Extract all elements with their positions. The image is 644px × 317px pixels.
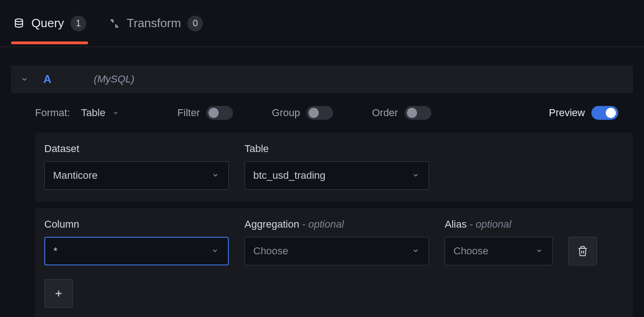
dataset-label: Dataset	[44, 143, 229, 155]
database-icon	[13, 18, 25, 29]
table-select[interactable]: btc_usd_trading	[244, 161, 429, 190]
aggregation-field: Aggregation - optional Choose	[244, 218, 429, 265]
plus-icon	[54, 288, 64, 299]
svg-point-0	[15, 19, 23, 22]
dataset-panel: Dataset Manticore Table btc_usd_trading	[35, 133, 633, 202]
alias-label: Alias - optional	[445, 218, 553, 230]
preview-label: Preview	[549, 107, 585, 119]
order-toggle-group: Order	[372, 106, 431, 120]
tab-query-label: Query	[31, 16, 64, 30]
alias-field: Alias - optional Choose	[445, 218, 553, 265]
transform-icon	[108, 18, 120, 29]
dataset-value: Manticore	[53, 170, 98, 182]
filter-toggle-group: Filter	[177, 106, 233, 120]
chevron-down-icon	[20, 75, 29, 83]
format-label: Format:	[35, 107, 70, 119]
alias-placeholder: Choose	[453, 245, 489, 257]
group-toggle[interactable]	[306, 106, 333, 120]
format-group: Format: Table	[35, 107, 120, 119]
table-value: btc_usd_trading	[253, 170, 326, 182]
query-letter: A	[43, 73, 51, 86]
chevron-down-icon	[412, 171, 420, 180]
order-toggle[interactable]	[405, 106, 431, 120]
tab-transform-badge: 0	[187, 16, 203, 31]
filter-toggle[interactable]	[206, 106, 233, 120]
column-field: Column *	[44, 218, 229, 265]
preview-toggle-group: Preview	[549, 106, 618, 120]
format-value: Table	[81, 107, 106, 119]
editor-tabs: Query 1 Transform 0	[0, 0, 644, 47]
add-column-button[interactable]	[44, 279, 73, 308]
aggregation-select[interactable]: Choose	[244, 237, 429, 265]
group-toggle-group: Group	[272, 106, 333, 120]
group-label: Group	[272, 107, 300, 119]
chevron-down-icon	[412, 247, 420, 255]
aggregation-label: Aggregation - optional	[244, 218, 429, 230]
query-datasource: (MySQL)	[94, 73, 134, 85]
query-row-header[interactable]: A (MySQL)	[11, 65, 633, 93]
column-select[interactable]: *	[44, 237, 229, 265]
table-field: Table btc_usd_trading	[244, 143, 429, 190]
chevron-down-icon	[212, 171, 220, 180]
column-value: *	[54, 245, 58, 257]
preview-toggle[interactable]	[591, 106, 618, 120]
dataset-select[interactable]: Manticore	[44, 161, 229, 190]
delete-row-button[interactable]	[568, 237, 597, 265]
tab-query[interactable]: Query 1	[13, 16, 86, 44]
chevron-down-icon	[536, 247, 544, 255]
columns-panel: Column * Aggregation - optional Choose	[35, 208, 633, 317]
aggregation-placeholder: Choose	[253, 245, 288, 257]
alias-select[interactable]: Choose	[445, 237, 553, 265]
tab-transform-label: Transform	[127, 16, 181, 30]
chevron-down-icon	[211, 247, 220, 255]
tab-query-badge: 1	[71, 16, 86, 31]
chevron-down-icon	[112, 109, 120, 117]
tab-transform[interactable]: Transform 0	[108, 16, 203, 44]
query-options-row: Format: Table Filter Group Order Preview	[0, 93, 644, 128]
dataset-field: Dataset Manticore	[44, 143, 229, 190]
order-label: Order	[372, 107, 398, 119]
format-select[interactable]: Table	[81, 107, 120, 119]
filter-label: Filter	[177, 107, 200, 119]
trash-icon	[577, 246, 588, 257]
table-label: Table	[244, 143, 429, 155]
column-label: Column	[44, 218, 229, 230]
